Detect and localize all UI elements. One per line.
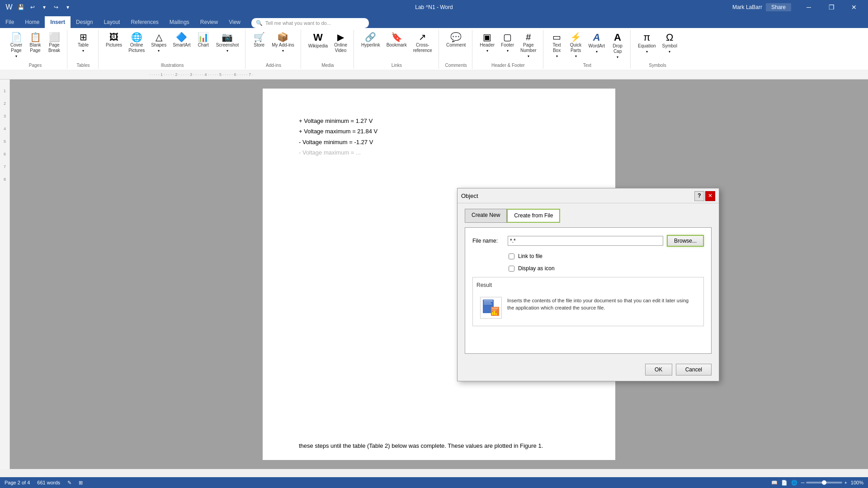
page-break-btn[interactable]: ⬜ PageBreak	[45, 31, 63, 55]
cover-page-label: CoverPage	[10, 42, 23, 53]
drop-cap-btn[interactable]: A DropCap ▾	[609, 31, 627, 61]
dialog-help-btn[interactable]: ?	[694, 191, 704, 201]
layout-icon[interactable]: ⊞	[79, 480, 83, 486]
view-print-btn[interactable]: 📄	[781, 480, 788, 486]
object-dialog: Object ? ✕ Create New	[457, 188, 719, 381]
dialog-tabs: Create New Create from File	[465, 209, 712, 223]
comment-label: Comment	[446, 42, 466, 48]
bookmark-btn[interactable]: 🔖 Bookmark	[384, 31, 410, 50]
vertical-ruler: 12345678	[0, 80, 10, 469]
screenshot-btn[interactable]: 📷 Screenshot ▾	[213, 31, 242, 55]
track-changes-icon[interactable]: ✎	[67, 480, 71, 486]
zoom-plus[interactable]: +	[844, 480, 847, 485]
cancel-button[interactable]: Cancel	[676, 364, 712, 375]
table-btn[interactable]: ⊞ Table ▾	[72, 31, 94, 55]
hyperlink-label: Hyperlink	[361, 42, 380, 48]
view-read-btn[interactable]: 📖	[771, 480, 778, 486]
undo-btn[interactable]: ↩	[27, 2, 38, 13]
wordart-btn[interactable]: A WordArt ▾	[586, 31, 608, 56]
file-name-input[interactable]	[508, 236, 663, 246]
pictures-btn[interactable]: 🖼 Pictures	[103, 31, 125, 50]
ribbon-group-text: ▭ TextBox ▾ ⚡ QuickParts ▾ A WordArt ▾ A…	[544, 30, 631, 69]
result-svg	[482, 299, 500, 317]
ribbon-content: 📄 CoverPage ▾ 📋 BlankPage ⬜ PageBreak Pa…	[0, 28, 868, 70]
wikipedia-icon: W	[313, 33, 323, 42]
save-btn[interactable]: 💾	[15, 2, 26, 13]
header-btn[interactable]: ▣ Header ▾	[477, 31, 497, 55]
tab-file[interactable]: File	[0, 16, 19, 28]
equation-btn[interactable]: π Equation ▾	[635, 31, 658, 56]
quick-parts-btn[interactable]: ⚡ QuickParts ▾	[567, 31, 585, 60]
tab-review[interactable]: Review	[195, 16, 223, 28]
page-number-icon: #	[526, 33, 531, 42]
page-number-arrow: ▾	[528, 54, 529, 58]
dialog-body: Create New Create from File File name:	[458, 203, 719, 359]
tab-insert[interactable]: Insert	[45, 16, 71, 28]
more-btn[interactable]: ▾	[62, 2, 73, 13]
status-right: 📖 📄 🌐 ─ + 100%	[771, 480, 863, 486]
tab-view[interactable]: View	[223, 16, 246, 28]
text-box-label: TextBox	[552, 42, 561, 53]
ribbon-group-header-footer: ▣ Header ▾ ▢ Footer ▾ # PageNumber ▾ Hea…	[473, 30, 543, 69]
bookmark-label: Bookmark	[387, 42, 407, 48]
status-left: Page 2 of 4 661 words ✎ ⊞	[5, 480, 83, 486]
user-name: Mark LaBarr	[732, 4, 762, 10]
display-as-icon-label: Display as icon	[518, 264, 555, 273]
ribbon-group-symbols: π Equation ▾ Ω Symbol ▾ Symbols	[632, 30, 684, 69]
tab-create-from-file[interactable]: Create from File	[507, 209, 560, 223]
ok-button[interactable]: OK	[645, 364, 672, 375]
tab-home[interactable]: Home	[19, 16, 45, 28]
online-video-icon: ▶	[337, 33, 344, 42]
wordart-label: WordArt	[589, 43, 605, 49]
online-pictures-btn[interactable]: 🌐 OnlinePictures	[126, 31, 147, 55]
zoom-minus[interactable]: ─	[801, 480, 805, 485]
undo-arrow[interactable]: ▾	[39, 2, 50, 13]
page-number-btn[interactable]: # PageNumber ▾	[518, 31, 539, 60]
symbol-arrow: ▾	[669, 50, 670, 54]
zoom-slider[interactable]	[806, 482, 842, 483]
blank-page-btn[interactable]: 📋 BlankPage	[26, 31, 44, 55]
hyperlink-btn[interactable]: 🔗 Hyperlink	[359, 31, 383, 50]
browse-button[interactable]: Browse...	[667, 235, 704, 247]
view-web-btn[interactable]: 🌐	[791, 480, 797, 486]
dialog-close-btn[interactable]: ✕	[705, 191, 715, 201]
tab-create-new[interactable]: Create New	[465, 209, 507, 223]
quick-access-toolbar: W 💾 ↩ ▾ ↪ ▾	[4, 2, 73, 13]
my-addins-btn[interactable]: 📦 My Add-ins ▾	[269, 31, 297, 55]
chart-icon: 📊	[198, 33, 209, 42]
ribbon-group-media: W Wikipedia ▶ OnlineVideo Media	[302, 30, 354, 69]
link-to-file-row: Link to file	[509, 252, 704, 261]
screenshot-arrow: ▾	[226, 49, 228, 53]
display-as-icon-row: Display as icon	[509, 264, 704, 273]
restore-btn[interactable]: ❐	[821, 0, 842, 14]
close-btn[interactable]: ✕	[844, 0, 864, 14]
text-box-btn[interactable]: ▭ TextBox ▾	[548, 31, 566, 60]
tell-me-input[interactable]: Tell me what you want to do...	[265, 20, 331, 26]
footer-btn[interactable]: ▢ Footer ▾	[498, 31, 517, 55]
header-icon: ▣	[483, 33, 491, 42]
chart-btn[interactable]: 📊 Chart	[194, 31, 212, 50]
share-btn[interactable]: Share	[766, 3, 791, 11]
symbols-group-label: Symbols	[649, 62, 666, 69]
minimize-btn[interactable]: ─	[798, 0, 819, 14]
display-as-icon-checkbox[interactable]	[509, 266, 514, 272]
tab-references[interactable]: References	[125, 16, 164, 28]
shapes-btn[interactable]: △ Shapes ▾	[148, 31, 169, 55]
wordart-icon: A	[593, 33, 600, 42]
cross-reference-btn[interactable]: ↗ Cross-reference	[410, 31, 435, 55]
tab-layout[interactable]: Layout	[98, 16, 125, 28]
comment-btn[interactable]: 💬 Comment	[443, 31, 468, 50]
tab-design[interactable]: Design	[71, 16, 98, 28]
redo-btn[interactable]: ↪	[51, 2, 61, 13]
wikipedia-btn[interactable]: W Wikipedia	[306, 31, 330, 51]
store-btn[interactable]: 🛒 Store	[250, 31, 268, 50]
tab-mailings[interactable]: Mailings	[164, 16, 195, 28]
zoom-level[interactable]: 100%	[851, 480, 863, 485]
symbol-btn[interactable]: Ω Symbol ▾	[660, 31, 680, 56]
title-bar-left: W 💾 ↩ ▾ ↪ ▾	[4, 2, 73, 13]
link-to-file-checkbox[interactable]	[509, 253, 514, 259]
smartart-btn[interactable]: 🔷 SmartArt	[170, 31, 193, 50]
cover-page-btn[interactable]: 📄 CoverPage ▾	[7, 31, 25, 60]
links-buttons: 🔗 Hyperlink 🔖 Bookmark ↗ Cross-reference	[359, 30, 435, 62]
online-video-btn[interactable]: ▶ OnlineVideo	[331, 31, 350, 55]
